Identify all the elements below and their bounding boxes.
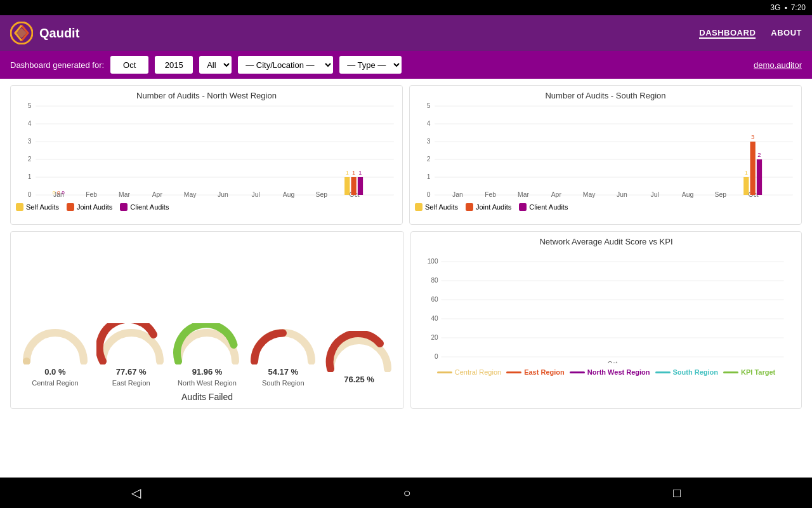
gauge-east: 77.67 % East Region (96, 323, 166, 387)
svg-text:0: 0 (62, 190, 65, 196)
legend-client-audits-s: Client Audits (519, 203, 568, 211)
svg-text:Jun: Jun (218, 191, 228, 198)
svg-text:Sep: Sep (715, 191, 727, 198)
signal-indicator: 3G (770, 3, 780, 12)
gauge-south-wrapper (248, 323, 318, 364)
svg-text:1: 1 (28, 173, 32, 180)
nav-dashboard[interactable]: DASHBOARD (699, 28, 756, 39)
line-chart-legend: Central Region East Region North West Re… (416, 368, 796, 376)
svg-text:4: 4 (427, 120, 431, 127)
gauge-east-wrapper (96, 323, 166, 364)
status-bar: 3G ▪ 7:20 (0, 0, 812, 15)
gauge-east-label: East Region (96, 379, 166, 387)
svg-text:Jul: Jul (651, 191, 659, 198)
svg-text:May: May (583, 191, 596, 198)
svg-text:40: 40 (431, 315, 438, 322)
month-input[interactable] (110, 56, 148, 74)
back-button[interactable]: ◁ (131, 485, 141, 500)
gauge-5-svg (324, 331, 394, 372)
svg-text:0: 0 (435, 353, 438, 360)
svg-text:60: 60 (431, 296, 438, 303)
svg-text:May: May (184, 191, 197, 198)
city-location-select[interactable]: — City/Location — (238, 56, 333, 74)
line-chart-svg: 0 20 40 60 80 100 Oct (416, 249, 796, 363)
south-bar-chart: 0 1 2 3 4 5 Jan Feb Mar Apr May Jun (415, 103, 796, 198)
svg-text:0: 0 (53, 190, 56, 196)
legend-south-region-line: South Region (655, 368, 719, 376)
year-input[interactable] (155, 56, 193, 74)
gauge-south: 54.17 % South Region (248, 323, 318, 387)
app-title: Qaudit (39, 26, 79, 41)
home-button[interactable]: ○ (403, 486, 410, 500)
svg-text:80: 80 (431, 277, 438, 284)
legend-self-audits-nw: Self Audits (16, 203, 59, 211)
south-chart-title: Number of Audits - South Region (415, 91, 796, 100)
nav-links: DASHBOARD ABOUT (699, 28, 802, 39)
svg-text:5: 5 (427, 103, 431, 109)
legend-line-kpi (723, 371, 738, 373)
north-west-chart-title: Number of Audits - North West Region (16, 91, 397, 100)
nav-about[interactable]: ABOUT (771, 28, 802, 39)
legend-line-central (437, 371, 452, 373)
header: Qaudit DASHBOARD ABOUT (0, 15, 812, 51)
main-content: Number of Audits - North West Region 0 1… (0, 79, 812, 478)
recent-apps-button[interactable]: □ (673, 486, 681, 500)
gauge-south-svg (248, 323, 318, 364)
svg-text:0: 0 (28, 191, 32, 198)
gauge-east-value: 77.67 % (116, 367, 147, 377)
type-select[interactable]: — Type — (339, 56, 402, 74)
north-west-legend: Self Audits Joint Audits Client Audits (16, 203, 397, 211)
gauge-northwest-value: 91.96 % (192, 367, 223, 377)
svg-text:Sep: Sep (316, 191, 328, 198)
svg-text:3: 3 (427, 138, 431, 145)
svg-text:2: 2 (427, 156, 431, 163)
legend-label-self-nw: Self Audits (26, 203, 59, 211)
svg-rect-25 (358, 177, 363, 195)
svg-text:2: 2 (757, 152, 761, 158)
svg-text:0: 0 (57, 190, 60, 196)
legend-label-joint-s: Joint Audits (476, 203, 511, 211)
gauge-east-svg (96, 323, 166, 364)
svg-text:4: 4 (28, 120, 32, 127)
svg-text:1: 1 (352, 170, 355, 176)
demo-link[interactable]: demo.auditor (754, 60, 802, 70)
legend-label-kpi: KPI Target (741, 368, 775, 376)
legend-kpi-target: KPI Target (723, 368, 775, 376)
gauge-central: 0.0 % Central Region (20, 323, 90, 387)
gauges-row: 0.0 % Central Region 77.67 % East Region (17, 238, 397, 387)
south-chart: Number of Audits - South Region 0 1 2 3 … (409, 85, 802, 225)
time-display: 7:20 (791, 3, 806, 12)
svg-text:3: 3 (28, 138, 32, 145)
svg-rect-24 (351, 177, 356, 195)
legend-label-self-s: Self Audits (425, 203, 458, 211)
gauge-central-value: 0.0 % (44, 367, 65, 377)
gauge-5: 76.25 % (324, 331, 394, 387)
charts-row: Number of Audits - North West Region 0 1… (10, 85, 802, 225)
legend-label-east: East Region (524, 368, 565, 376)
svg-text:0: 0 (427, 191, 431, 198)
filter-bar: Dashboard generated for: All — City/Loca… (0, 51, 812, 79)
legend-line-northwest (570, 371, 585, 373)
svg-text:Mar: Mar (119, 191, 130, 198)
scope-select[interactable]: All (199, 56, 232, 74)
north-west-bar-chart: 0 1 2 3 4 5 Jan Feb Mar Apr May Jun (16, 103, 397, 198)
legend-dot-joint-s (466, 203, 473, 211)
legend-label-northwest: North West Region (587, 368, 650, 376)
legend-label-client-s: Client Audits (529, 203, 568, 211)
app-logo (10, 22, 33, 44)
svg-text:20: 20 (431, 334, 438, 341)
svg-text:Aug: Aug (682, 191, 693, 198)
line-chart-section: Network Average Audit Score vs KPI 0 20 … (410, 231, 802, 409)
gauge-northwest-wrapper (172, 323, 242, 364)
legend-label-south-line: South Region (673, 368, 719, 376)
battery-icon: ▪ (784, 3, 787, 12)
legend-dot-client-s (519, 203, 527, 211)
gauge-northwest-label: North West Region (172, 379, 242, 387)
svg-text:Aug: Aug (283, 191, 294, 198)
svg-text:1: 1 (346, 170, 349, 176)
gauge-5-wrapper (324, 331, 394, 372)
svg-text:Jul: Jul (252, 191, 260, 198)
svg-text:Feb: Feb (86, 191, 97, 198)
gauge-northwest-svg (172, 323, 242, 364)
legend-line-south (655, 371, 671, 373)
